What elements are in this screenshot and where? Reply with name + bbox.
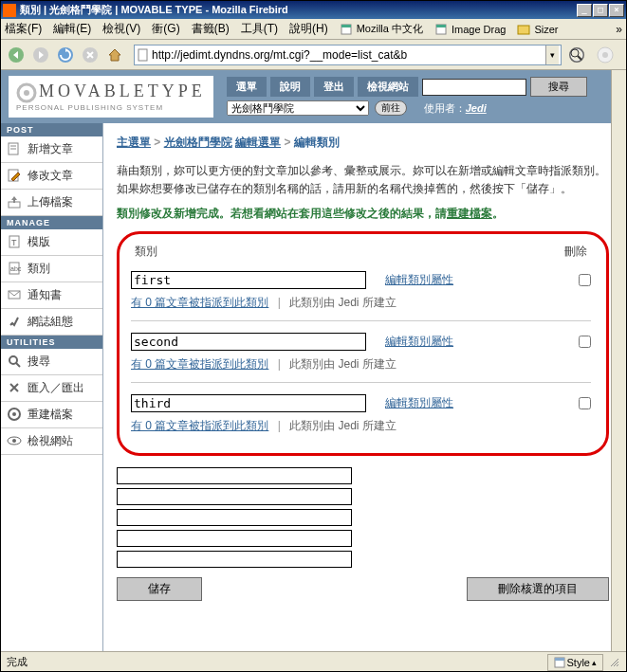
svg-text:T: T xyxy=(11,238,17,247)
assigned-entries-link[interactable]: 有 0 篇文章被指派到此類別 xyxy=(131,296,268,309)
assigned-entries-link[interactable]: 有 0 篇文章被指派到此類別 xyxy=(131,419,268,432)
svg-rect-1 xyxy=(341,25,351,27)
templates-icon: T xyxy=(7,234,22,249)
sidebar-item-categories[interactable]: abc類別 xyxy=(1,256,102,282)
tab-help[interactable]: 說明 xyxy=(270,77,310,97)
main-body: 主選單 > 光劍格鬥學院 編輯選單 > 編輯類別 藉由類別，妳可以更方便的對文章… xyxy=(103,123,626,651)
sidebar-item-import-export[interactable]: 匯入／匯出 xyxy=(1,375,102,402)
bookmark-imagedrag[interactable]: Image Drag xyxy=(434,23,506,36)
delete-selected-button[interactable]: 刪除核選的項目 xyxy=(467,577,609,601)
svg-rect-36 xyxy=(555,658,564,661)
category-name-input[interactable] xyxy=(131,394,366,412)
go-button[interactable] xyxy=(567,45,586,64)
sidebar-item-upload[interactable]: 上傳檔案 xyxy=(1,190,102,216)
created-by-label: 此類別由 Jedi 所建立 xyxy=(289,419,396,432)
category-name-input[interactable] xyxy=(131,333,366,351)
save-button[interactable]: 儲存 xyxy=(117,577,202,601)
edit-category-link[interactable]: 編輯類別屬性 xyxy=(385,272,453,288)
menu-chevron-icon[interactable]: » xyxy=(616,23,622,36)
category-row: 編輯類別屬性 有 0 篇文章被指派到此類別 | 此類別由 Jedi 所建立 xyxy=(131,327,591,389)
breadcrumb-blog[interactable]: 光劍格鬥學院 xyxy=(164,136,232,149)
intro-text: 藉由類別，妳可以更方便的對文章加以參考、彙整或展示。妳可以在新增或編輯文章時指派… xyxy=(117,162,609,198)
new-category-input[interactable] xyxy=(117,551,352,568)
new-category-input[interactable] xyxy=(117,467,352,484)
created-by-label: 此類別由 Jedi 所建立 xyxy=(289,357,396,371)
status-text: 完成 xyxy=(7,655,28,669)
menu-bar: 檔案(F) 編輯(E) 檢視(V) 衝(G) 書籤(B) 工具(T) 說明(H)… xyxy=(1,19,626,40)
app-icon xyxy=(3,4,16,17)
bookmark-sizer[interactable]: Sizer xyxy=(517,23,558,36)
bookmark-mozilla[interactable]: Mozilla 中文化 xyxy=(340,22,423,36)
back-button[interactable] xyxy=(5,44,28,66)
menu-help[interactable]: 說明(H) xyxy=(289,21,328,37)
breadcrumb-home[interactable]: 主選單 xyxy=(117,136,151,149)
maximize-button[interactable]: □ xyxy=(593,4,608,17)
svg-point-34 xyxy=(12,439,16,443)
sidebar-item-search[interactable]: 搜尋 xyxy=(1,349,102,375)
tab-viewsite[interactable]: 檢視網站 xyxy=(358,77,418,97)
sidebar-item-view-site[interactable]: 檢視網站 xyxy=(1,428,102,455)
vertical-scrollbar[interactable] xyxy=(611,70,626,651)
delete-checkbox[interactable] xyxy=(579,336,591,348)
mt-search-input[interactable] xyxy=(422,79,526,96)
edit-category-link[interactable]: 編輯類別屬性 xyxy=(385,334,453,350)
sidebar-header-utilities: UTILITIES xyxy=(1,336,102,349)
svg-point-12 xyxy=(571,49,579,57)
forward-button[interactable] xyxy=(29,44,52,66)
url-dropdown-icon[interactable]: ▾ xyxy=(545,45,559,64)
page-icon xyxy=(137,48,150,62)
sidebar-item-rebuild[interactable]: 重建檔案 xyxy=(1,402,102,428)
sidebar-item-config[interactable]: 網誌組態 xyxy=(1,309,102,336)
user-label: 使用者：Jedi xyxy=(424,101,487,116)
delete-checkbox[interactable] xyxy=(579,397,591,409)
menu-bookmarks[interactable]: 書籤(B) xyxy=(192,21,230,37)
menu-edit[interactable]: 編輯(E) xyxy=(53,21,91,37)
home-button[interactable] xyxy=(103,44,126,66)
url-bar[interactable]: ▾ xyxy=(134,45,562,65)
breadcrumb: 主選單 > 光劍格鬥學院 編輯選單 > 編輯類別 xyxy=(117,135,609,151)
delete-checkbox[interactable] xyxy=(579,274,591,286)
rebuild-link[interactable]: 重建檔案 xyxy=(447,207,492,220)
new-category-input[interactable] xyxy=(117,509,352,526)
style-button[interactable]: Style▴ xyxy=(547,654,603,671)
blog-go-button[interactable]: 前往 xyxy=(375,100,407,116)
mt-header: MOVABLETYPE PERSONAL PUBLISHING SYSTEM 選… xyxy=(1,70,626,123)
window-titlebar: 類別 | 光劍格鬥學院 | MOVABLE TYPE - Mozilla Fir… xyxy=(1,1,626,19)
breadcrumb-edit[interactable]: 編輯選單 xyxy=(235,136,281,149)
stop-button[interactable] xyxy=(79,44,101,66)
new-category-input[interactable] xyxy=(117,488,352,505)
menu-view[interactable]: 檢視(V) xyxy=(102,21,140,37)
svg-point-32 xyxy=(12,412,16,416)
menu-file[interactable]: 檔案(F) xyxy=(5,21,42,37)
assigned-entries-link[interactable]: 有 0 篇文章被指派到此類別 xyxy=(131,357,268,371)
url-input[interactable] xyxy=(152,48,545,62)
user-link[interactable]: Jedi xyxy=(466,102,487,114)
menu-go[interactable]: 衝(G) xyxy=(152,21,179,37)
new-category-input[interactable] xyxy=(117,530,352,547)
close-button[interactable]: × xyxy=(609,4,624,17)
edit-category-link[interactable]: 編輯類別屬性 xyxy=(385,395,453,411)
tab-logout[interactable]: 登出 xyxy=(314,77,354,97)
nav-toolbar: ▾ xyxy=(1,40,626,70)
reload-button[interactable] xyxy=(54,44,77,66)
sidebar-item-edit-entry[interactable]: 修改文章 xyxy=(1,163,102,190)
sidebar-item-templates[interactable]: T模版 xyxy=(1,229,102,256)
edit-entry-icon xyxy=(7,168,22,183)
categories-icon: abc xyxy=(7,261,22,276)
minimize-button[interactable]: _ xyxy=(577,4,592,17)
page-content: MOVABLETYPE PERSONAL PUBLISHING SYSTEM 選… xyxy=(1,70,626,651)
status-bar: 完成 Style▴ xyxy=(1,651,626,672)
new-entry-icon xyxy=(7,141,22,156)
tab-menu[interactable]: 選單 xyxy=(227,77,267,97)
notifications-icon xyxy=(7,287,22,302)
sidebar-item-new-entry[interactable]: 新增文章 xyxy=(1,136,102,163)
svg-line-13 xyxy=(578,56,581,60)
category-name-input[interactable] xyxy=(131,271,366,289)
col-delete: 刪除 xyxy=(564,244,587,260)
resize-grip-icon[interactable] xyxy=(609,657,620,668)
mt-search-button[interactable]: 搜尋 xyxy=(530,77,587,97)
sidebar-item-notifications[interactable]: 通知書 xyxy=(1,282,102,309)
notice-text: 類別修改及新增完成。若想看網站在套用這些修改之後的結果，請重建檔案。 xyxy=(117,206,609,222)
menu-tools[interactable]: 工具(T) xyxy=(241,21,278,37)
blog-select[interactable]: 光劍格鬥學院 xyxy=(227,100,369,116)
